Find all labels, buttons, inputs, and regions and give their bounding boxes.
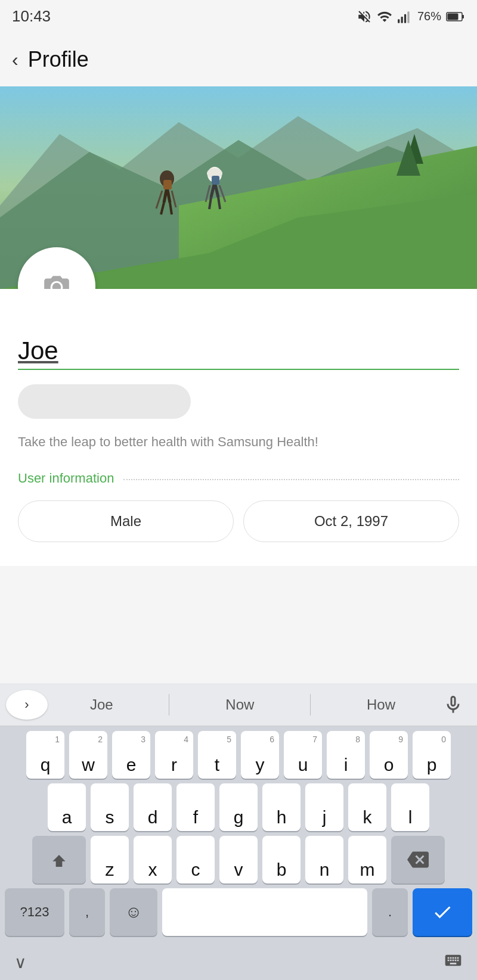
backspace-icon xyxy=(407,849,429,870)
key-w[interactable]: 2 w xyxy=(69,731,107,779)
key-b[interactable]: b xyxy=(262,836,301,883)
key-c[interactable]: c xyxy=(176,836,215,883)
key-h[interactable]: h xyxy=(262,783,301,831)
key-n[interactable]: n xyxy=(305,836,343,883)
name-field-wrapper xyxy=(18,337,459,370)
numeric-switch-key[interactable]: ?123 xyxy=(5,888,64,936)
key-m[interactable]: m xyxy=(348,836,386,883)
key-q[interactable]: 1 q xyxy=(26,731,64,779)
space-key[interactable] xyxy=(162,888,367,936)
svg-rect-3 xyxy=(407,11,409,23)
key-i[interactable]: 8 i xyxy=(327,731,365,779)
key-d[interactable]: d xyxy=(134,783,172,831)
mic-icon xyxy=(442,694,464,715)
tagline: Take the leap to better health with Sams… xyxy=(18,433,459,452)
key-y[interactable]: 6 y xyxy=(241,731,279,779)
key-u[interactable]: 7 u xyxy=(284,731,322,779)
wifi-icon xyxy=(377,9,392,24)
mute-icon xyxy=(357,9,372,24)
suggestions-words: Joe Now How xyxy=(56,692,429,718)
svg-rect-5 xyxy=(462,15,464,18)
key-k[interactable]: k xyxy=(348,783,386,831)
keyboard-hide-button[interactable]: ∨ xyxy=(14,953,27,972)
bottom-bar: ∨ xyxy=(0,944,477,980)
key-row-1: 1 q 2 w 3 e 4 r 5 t 6 y xyxy=(5,731,472,779)
backspace-key[interactable] xyxy=(391,836,445,883)
key-z[interactable]: z xyxy=(91,836,129,883)
checkmark-icon xyxy=(432,901,453,923)
gender-pill[interactable]: Male xyxy=(18,500,234,542)
status-icons: 76% xyxy=(357,9,465,24)
key-rows: 1 q 2 w 3 e 4 r 5 t 6 y xyxy=(0,726,477,944)
expand-icon: › xyxy=(24,697,29,713)
signal-icon xyxy=(397,9,413,24)
keyboard-icon xyxy=(444,951,463,970)
svg-rect-0 xyxy=(398,19,399,23)
key-row-2: a s d f g h j k l xyxy=(5,783,472,831)
svg-rect-2 xyxy=(404,14,406,23)
key-p[interactable]: 0 p xyxy=(413,731,451,779)
svg-rect-31 xyxy=(212,176,219,185)
user-info-label: User information xyxy=(18,471,114,486)
key-f[interactable]: f xyxy=(176,783,215,831)
key-a[interactable]: a xyxy=(48,783,86,831)
keyboard-type-button[interactable] xyxy=(444,951,463,974)
battery-text: 76% xyxy=(417,10,441,23)
suggestion-now[interactable]: Now xyxy=(213,692,266,718)
key-x[interactable]: x xyxy=(134,836,172,883)
svg-rect-1 xyxy=(401,17,402,23)
svg-rect-6 xyxy=(448,13,459,20)
key-row-4: ?123 , ☺ . xyxy=(5,888,472,936)
svg-rect-22 xyxy=(163,180,172,189)
dob-pill[interactable]: Oct 2, 1997 xyxy=(243,500,459,542)
key-e[interactable]: 3 e xyxy=(112,731,150,779)
key-g[interactable]: g xyxy=(219,783,258,831)
shift-icon xyxy=(49,850,69,869)
status-time: 10:43 xyxy=(12,7,51,26)
camera-icon xyxy=(42,271,72,289)
user-info-section: User information xyxy=(18,471,459,486)
suggestion-how[interactable]: How xyxy=(355,692,407,718)
suggestion-divider-1 xyxy=(169,694,169,715)
status-bar: 10:43 76% xyxy=(0,0,477,33)
keyboard: › Joe Now How 1 q 2 w 3 xyxy=(0,683,477,944)
key-s[interactable]: s xyxy=(91,783,129,831)
name-input[interactable] xyxy=(18,337,459,365)
status-pill[interactable] xyxy=(18,384,191,419)
mic-button[interactable] xyxy=(435,687,471,723)
key-r[interactable]: 4 r xyxy=(155,731,193,779)
profile-content: Take the leap to better health with Sams… xyxy=(0,289,477,566)
done-key[interactable] xyxy=(413,888,472,936)
back-button[interactable]: ‹ xyxy=(12,49,18,71)
key-row-3: z x c v b n m xyxy=(5,836,472,883)
suggestion-joe[interactable]: Joe xyxy=(78,692,125,718)
info-pills: Male Oct 2, 1997 xyxy=(18,500,459,542)
key-o[interactable]: 9 o xyxy=(370,731,408,779)
key-j[interactable]: j xyxy=(305,783,343,831)
suggestion-divider-2 xyxy=(310,694,311,715)
battery-icon xyxy=(446,11,465,23)
period-key[interactable]: . xyxy=(372,888,408,936)
key-l[interactable]: l xyxy=(391,783,429,831)
key-v[interactable]: v xyxy=(219,836,258,883)
suggestions-bar: › Joe Now How xyxy=(0,683,477,726)
section-divider xyxy=(123,479,459,480)
header: ‹ Profile xyxy=(0,33,477,86)
shift-key[interactable] xyxy=(32,836,86,883)
emoji-key[interactable]: ☺ xyxy=(110,888,157,936)
suggestions-expand-button[interactable]: › xyxy=(6,690,48,720)
key-t[interactable]: 5 t xyxy=(198,731,236,779)
page-title: Profile xyxy=(28,47,89,72)
comma-key[interactable]: , xyxy=(69,888,105,936)
